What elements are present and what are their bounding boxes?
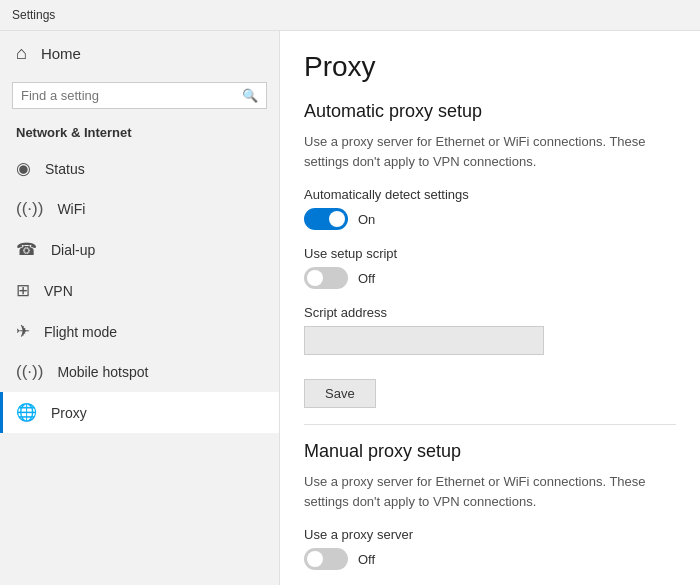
sidebar-section-title: Network & Internet xyxy=(0,121,279,148)
sidebar-item-proxy[interactable]: 🌐 Proxy xyxy=(0,392,279,433)
vpn-icon: ⊞ xyxy=(16,280,30,301)
sidebar-item-label: Status xyxy=(45,161,85,177)
save-button[interactable]: Save xyxy=(304,379,376,408)
sidebar-item-label: VPN xyxy=(44,283,73,299)
hotspot-icon: ((·)) xyxy=(16,362,43,382)
title-label: Settings xyxy=(12,8,55,22)
use-proxy-toggle-label: Off xyxy=(358,552,375,567)
page-title: Proxy xyxy=(304,51,676,83)
section-divider xyxy=(304,424,676,425)
use-proxy-toggle-knob xyxy=(307,551,323,567)
sidebar-item-label: Mobile hotspot xyxy=(57,364,148,380)
sidebar: ⌂ Home 🔍 Network & Internet ◉ Status ((·… xyxy=(0,31,280,585)
setup-script-row: Use setup script Off xyxy=(304,246,676,289)
save-button-container: Save xyxy=(304,371,676,408)
auto-detect-toggle-label: On xyxy=(358,212,375,227)
sidebar-item-hotspot[interactable]: ((·)) Mobile hotspot xyxy=(0,352,279,392)
setup-script-toggle-knob xyxy=(307,270,323,286)
search-box[interactable]: 🔍 xyxy=(12,82,267,109)
home-icon: ⌂ xyxy=(16,43,27,64)
use-proxy-row: Use a proxy server Off xyxy=(304,527,676,570)
search-icon: 🔍 xyxy=(242,88,258,103)
manual-section-title: Manual proxy setup xyxy=(304,441,676,462)
sidebar-item-wifi[interactable]: ((·)) WiFi xyxy=(0,189,279,229)
manual-section-description: Use a proxy server for Ethernet or WiFi … xyxy=(304,472,676,511)
sidebar-item-dialup[interactable]: ☎ Dial-up xyxy=(0,229,279,270)
use-proxy-label: Use a proxy server xyxy=(304,527,676,542)
content-area: Proxy Automatic proxy setup Use a proxy … xyxy=(280,31,700,585)
sidebar-item-label: WiFi xyxy=(57,201,85,217)
search-input[interactable] xyxy=(21,88,242,103)
sidebar-item-label: Flight mode xyxy=(44,324,117,340)
auto-detect-row: Automatically detect settings On xyxy=(304,187,676,230)
flight-icon: ✈ xyxy=(16,321,30,342)
setup-script-toggle[interactable] xyxy=(304,267,348,289)
sidebar-item-label: Dial-up xyxy=(51,242,95,258)
wifi-icon: ((·)) xyxy=(16,199,43,219)
proxy-icon: 🌐 xyxy=(16,402,37,423)
sidebar-home-label: Home xyxy=(41,45,81,62)
title-bar: Settings xyxy=(0,0,700,31)
use-proxy-toggle-container: Off xyxy=(304,548,676,570)
status-icon: ◉ xyxy=(16,158,31,179)
sidebar-item-home[interactable]: ⌂ Home xyxy=(0,31,279,76)
dialup-icon: ☎ xyxy=(16,239,37,260)
use-proxy-toggle[interactable] xyxy=(304,548,348,570)
auto-section-title: Automatic proxy setup xyxy=(304,101,676,122)
setup-script-label: Use setup script xyxy=(304,246,676,261)
auto-section-description: Use a proxy server for Ethernet or WiFi … xyxy=(304,132,676,171)
script-address-input[interactable] xyxy=(304,326,544,355)
sidebar-item-flight[interactable]: ✈ Flight mode xyxy=(0,311,279,352)
auto-detect-toggle[interactable] xyxy=(304,208,348,230)
auto-detect-toggle-container: On xyxy=(304,208,676,230)
setup-script-toggle-container: Off xyxy=(304,267,676,289)
script-address-label: Script address xyxy=(304,305,676,320)
setup-script-toggle-label: Off xyxy=(358,271,375,286)
auto-detect-label: Automatically detect settings xyxy=(304,187,676,202)
script-address-row: Script address xyxy=(304,305,676,355)
sidebar-item-status[interactable]: ◉ Status xyxy=(0,148,279,189)
sidebar-item-label: Proxy xyxy=(51,405,87,421)
auto-detect-toggle-knob xyxy=(329,211,345,227)
sidebar-item-vpn[interactable]: ⊞ VPN xyxy=(0,270,279,311)
